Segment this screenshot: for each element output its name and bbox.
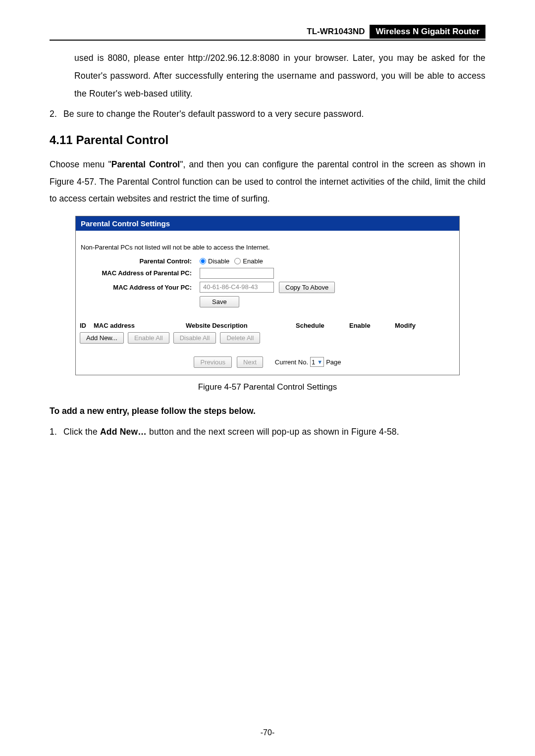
list-number-2: 2.: [50, 107, 63, 122]
step1-c: button and the next screen will pop-up a…: [147, 427, 399, 437]
product-name: Wireless N Gigabit Router: [370, 25, 485, 39]
model-number: TL-WR1043ND: [302, 25, 370, 39]
label-mac-parental: MAC Address of Parental PC:: [81, 269, 197, 277]
next-button[interactable]: Next: [237, 356, 263, 368]
input-mac-parental[interactable]: .: [200, 268, 274, 279]
label-parental-control: Parental Control:: [81, 257, 197, 265]
settings-screenshot: Parental Control Settings Non-Parental P…: [75, 216, 460, 375]
step1-b: Add New…: [100, 427, 147, 437]
page-value: 1: [312, 358, 315, 366]
delete-all-button[interactable]: Delete All: [220, 332, 260, 344]
pager-label: Current No. 1 ▼ Page: [275, 357, 341, 367]
step-text-1: Click the Add New… button and the next s…: [63, 423, 485, 441]
radio-disable[interactable]: Disable: [200, 257, 229, 265]
panel-title: Parental Control Settings: [76, 216, 459, 231]
note-text-2: Be sure to change the Router's default p…: [63, 107, 485, 122]
save-button[interactable]: Save: [200, 296, 239, 307]
radio-enable[interactable]: Enable: [234, 257, 263, 265]
page-word: Page: [326, 358, 341, 366]
disable-all-button[interactable]: Disable All: [173, 332, 216, 344]
col-id: ID: [80, 322, 94, 329]
section-heading: 4.11 Parental Control: [50, 133, 485, 147]
radio-disable-input[interactable]: [200, 258, 206, 264]
label-mac-your: MAC Address of Your PC:: [81, 284, 197, 291]
header-bar: TL-WR1043ND Wireless N Gigabit Router: [50, 25, 485, 41]
steps-heading: To add a new entry, please follow the st…: [50, 406, 485, 416]
page-number: -70-: [0, 728, 535, 737]
copy-to-above-button[interactable]: Copy To Above: [279, 282, 335, 293]
col-enable: Enable: [349, 322, 395, 329]
radio-disable-label: Disable: [208, 257, 229, 265]
col-mac: MAC address: [94, 322, 186, 329]
current-no-label: Current No.: [275, 358, 308, 366]
step1-a: Click the: [63, 427, 100, 437]
step-number-1: 1.: [50, 423, 63, 441]
page-select[interactable]: 1 ▼: [310, 357, 324, 367]
previous-button[interactable]: Previous: [194, 356, 232, 368]
enable-all-button[interactable]: Enable All: [128, 332, 169, 344]
intro-paragraph: Choose menu "Parental Control", and then…: [50, 156, 485, 206]
add-new-button[interactable]: Add New...: [80, 332, 124, 344]
chevron-down-icon: ▼: [317, 359, 322, 365]
radio-enable-label: Enable: [243, 257, 263, 265]
panel-note: Non-Parental PCs not listed will not be …: [76, 242, 459, 256]
radio-enable-input[interactable]: [234, 258, 241, 264]
col-schedule: Schedule: [296, 322, 349, 329]
col-modify: Modify: [395, 322, 425, 329]
continued-paragraph: used is 8080, please enter http://202.96…: [74, 50, 485, 103]
figure-caption: Figure 4-57 Parental Control Settings: [50, 382, 485, 392]
col-desc: Website Description: [186, 322, 296, 329]
intro-bold: Parental Control: [111, 159, 180, 169]
input-mac-your[interactable]: 40-61-86-C4-98-43: [200, 282, 274, 293]
intro-pre: Choose menu ": [50, 159, 111, 169]
